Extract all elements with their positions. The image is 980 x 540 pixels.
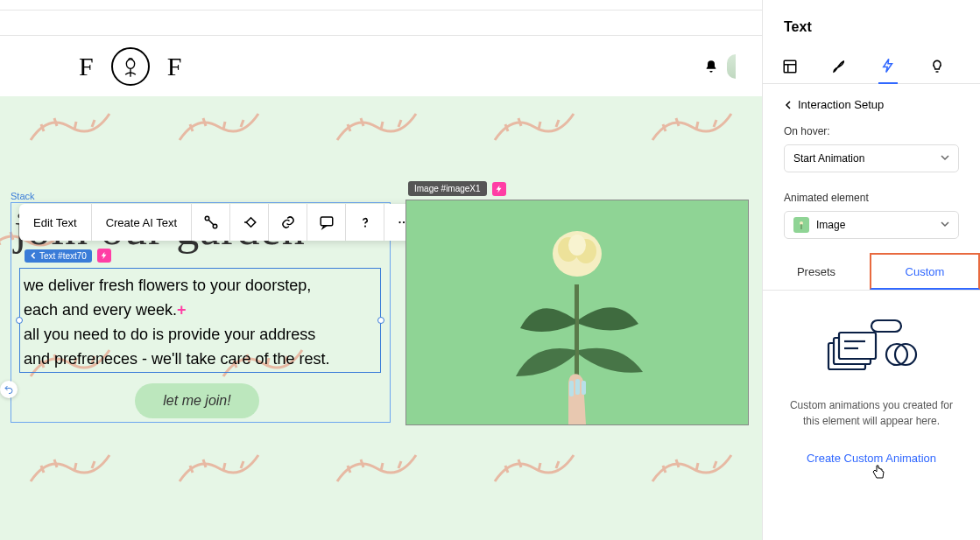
animation-indicator-chip[interactable] [97, 249, 111, 263]
on-hover-select[interactable]: Start Animation [784, 144, 959, 172]
body-line-2: each and every week. [24, 301, 177, 319]
body-line-1: we deliver fresh flowers to your doorste… [24, 277, 311, 294]
svg-point-6 [403, 221, 405, 223]
svg-point-4 [364, 226, 365, 227]
inspector-panel: Text Interaction Setup On hover: Start A… [762, 0, 980, 540]
image-animation-indicator-chip[interactable] [492, 182, 506, 196]
element-thumbnail [793, 217, 809, 233]
animated-element-select[interactable]: Image [784, 211, 959, 239]
text-chip-row: Text #text70 [25, 249, 111, 263]
interaction-setup-back[interactable]: Interaction Setup [763, 84, 980, 120]
animated-element-label: Animated element [763, 186, 980, 211]
svg-rect-20 [871, 320, 901, 332]
svg-rect-14 [575, 379, 580, 395]
rose-illustration [485, 206, 669, 424]
selection-handle-left[interactable] [16, 317, 23, 324]
body-line-4: and prefreneces - we'll take care of the… [24, 350, 330, 368]
join-button-label: let me join! [163, 393, 230, 409]
svg-rect-19 [801, 224, 802, 229]
text-chip-label: Text #text70 [39, 251, 87, 261]
undo-button[interactable] [0, 381, 18, 398]
panel-tab-strip [763, 49, 980, 84]
tab-interactions-icon[interactable] [878, 49, 898, 84]
tab-layout-icon[interactable] [780, 49, 800, 84]
animation-icon[interactable] [230, 204, 269, 241]
animated-element-value: Image [816, 219, 845, 231]
svg-rect-3 [321, 217, 333, 226]
text-cursor-plus: + [177, 301, 187, 319]
logo-flower-icon [111, 47, 150, 86]
top-strip [0, 0, 762, 11]
help-icon[interactable] [346, 204, 384, 241]
body-line-3: all you need to do is provide your addre… [24, 326, 315, 343]
floating-toolbar: Edit Text Create AI Text [19, 204, 423, 241]
tab-custom[interactable]: Custom [870, 253, 980, 290]
svg-point-12 [568, 235, 586, 256]
logo-letter-right: F [167, 52, 182, 81]
on-hover-label: On hover: [763, 120, 980, 144]
svg-rect-13 [569, 381, 574, 396]
svg-rect-15 [582, 381, 586, 395]
create-custom-animation-link[interactable]: Create Custom Animation [763, 452, 980, 465]
svg-rect-16 [784, 60, 796, 73]
create-ai-text-button[interactable]: Create AI Text [92, 204, 192, 241]
selected-text-block[interactable]: we deliver fresh flowers to your doorste… [19, 268, 381, 373]
svg-point-5 [398, 221, 400, 223]
tab-ideas-icon[interactable] [927, 49, 947, 84]
empty-state-description: Custom animations you created for this e… [763, 397, 980, 429]
animation-sub-tabs: Presets Custom [763, 253, 980, 291]
chevron-down-icon [941, 219, 949, 231]
avatar[interactable] [727, 54, 736, 79]
selection-handle-right[interactable] [377, 317, 384, 324]
bell-icon[interactable] [704, 60, 718, 74]
logo-letter-left: F [79, 52, 94, 81]
image-element[interactable] [405, 200, 749, 425]
join-button[interactable]: let me join! [135, 383, 259, 418]
empty-state-illustration [763, 291, 980, 397]
site-header: F F [0, 35, 762, 96]
chevron-down-icon [941, 152, 949, 165]
interaction-setup-label: Interaction Setup [798, 98, 884, 111]
link-icon[interactable] [269, 204, 307, 241]
header-icons [704, 54, 736, 79]
panel-title: Text [763, 0, 980, 49]
cursor-hand-icon [871, 464, 885, 480]
stack-label[interactable]: Stack [11, 191, 35, 201]
image-element-chip[interactable]: Image #imageX1 [408, 181, 487, 196]
svg-rect-23 [839, 333, 876, 359]
tab-presets[interactable]: Presets [763, 253, 870, 290]
create-link-label: Create Custom Animation [807, 452, 936, 465]
site-logo: F F [79, 47, 181, 86]
canvas[interactable]: Stack join our garden Edit Text Create A… [0, 96, 762, 540]
image-chip-label: Image #imageX1 [414, 184, 481, 193]
image-chip-row: Image #imageX1 [408, 181, 506, 196]
tab-design-icon[interactable] [829, 49, 849, 84]
connect-icon[interactable] [192, 204, 230, 241]
svg-rect-2 [246, 218, 256, 228]
text-element-chip[interactable]: Text #text70 [25, 249, 92, 263]
on-hover-value: Start Animation [793, 152, 864, 165]
comment-icon[interactable] [307, 204, 346, 241]
edit-text-button[interactable]: Edit Text [19, 204, 92, 241]
